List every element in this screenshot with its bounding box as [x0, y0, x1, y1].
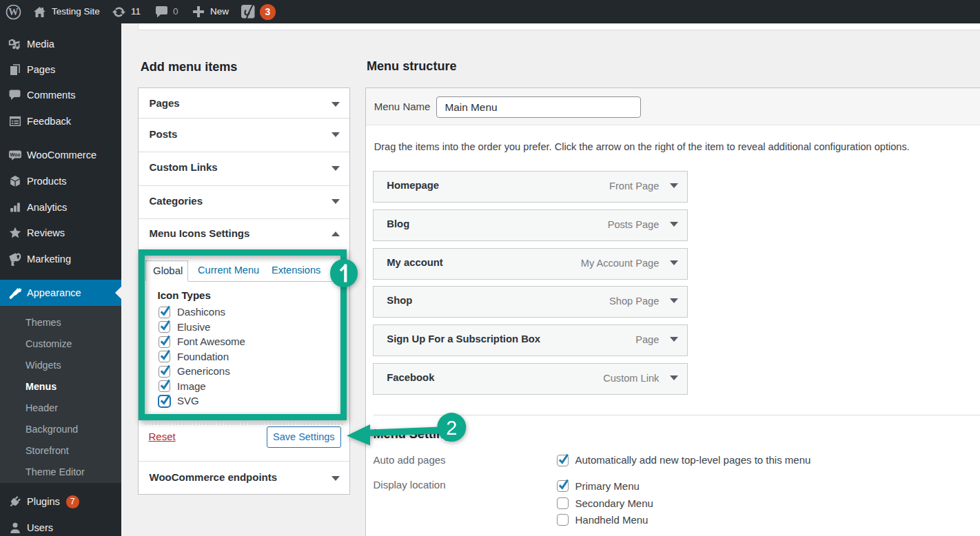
- svg-text:2: 2: [446, 417, 457, 439]
- svg-text:W: W: [8, 6, 19, 17]
- svg-text:Woo: Woo: [10, 152, 20, 157]
